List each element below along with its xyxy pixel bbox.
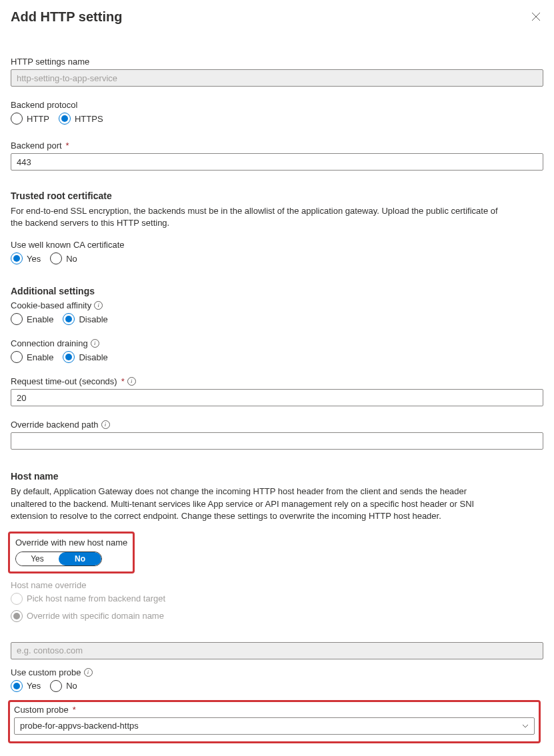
backend-port-input[interactable] (11, 153, 543, 171)
additional-settings-heading: Additional settings (11, 286, 543, 296)
use-custom-probe-yes-radio[interactable]: Yes (11, 680, 41, 692)
host-name-override-specific-radio: Override with specific domain name (11, 610, 543, 622)
close-button[interactable] (530, 11, 542, 23)
backend-protocol-https-radio[interactable]: HTTPS (59, 113, 103, 125)
info-icon[interactable]: i (84, 668, 93, 677)
radio-label: No (66, 254, 77, 264)
custom-probe-value[interactable] (14, 717, 535, 735)
radio-label: Enable (27, 314, 53, 324)
request-timeout-input[interactable] (11, 389, 543, 406)
trusted-root-heading: Trusted root certificate (11, 190, 543, 201)
override-backend-path-input[interactable] (11, 432, 543, 450)
radio-icon (11, 680, 23, 692)
radio-icon (50, 252, 62, 264)
use-custom-probe-label: Use custom probe i (11, 667, 543, 677)
info-icon[interactable]: i (101, 420, 110, 429)
host-name-helper: By default, Application Gateway does not… (11, 486, 504, 522)
http-settings-name-input[interactable] (11, 69, 543, 87)
well-known-ca-yes-radio[interactable]: Yes (11, 252, 41, 264)
toggle-no: No (59, 552, 101, 566)
connection-draining-label: Connection draining i (11, 338, 543, 348)
radio-icon (11, 593, 23, 605)
backend-protocol-http-radio[interactable]: HTTP (11, 113, 49, 125)
connection-draining-enable-radio[interactable]: Enable (11, 351, 53, 363)
backend-port-label: Backend port* (11, 141, 543, 151)
panel-title: Add HTTP setting (11, 9, 122, 25)
http-settings-name-label: HTTP settings name (11, 57, 543, 67)
well-known-ca-label: Use well known CA certificate (11, 240, 543, 250)
info-icon[interactable]: i (94, 301, 103, 310)
cookie-affinity-label: Cookie-based affinity i (11, 300, 543, 310)
radio-icon (11, 610, 23, 622)
info-icon[interactable]: i (91, 339, 99, 348)
radio-label: No (66, 681, 77, 691)
override-host-name-label: Override with new host name (15, 538, 127, 548)
radio-label: Disable (79, 352, 107, 362)
request-timeout-label: Request time-out (seconds)* i (11, 376, 543, 386)
toggle-yes: Yes (16, 552, 59, 566)
well-known-ca-no-radio[interactable]: No (50, 252, 77, 264)
host-name-heading: Host name (11, 471, 543, 482)
cookie-affinity-enable-radio[interactable]: Enable (11, 313, 53, 325)
custom-probe-label: Custom probe* (14, 705, 535, 715)
radio-icon (11, 313, 23, 325)
backend-protocol-label: Backend protocol (11, 100, 543, 110)
radio-label: Yes (27, 681, 41, 691)
radio-label: HTTPS (75, 114, 103, 124)
radio-icon (11, 113, 23, 125)
custom-probe-select[interactable] (14, 717, 535, 735)
radio-icon (11, 252, 23, 264)
host-name-override-label: Host name override (11, 580, 543, 590)
trusted-root-helper: For end-to-end SSL encryption, the backe… (11, 205, 504, 229)
radio-label: Disable (79, 314, 107, 324)
host-name-override-pick-radio: Pick host name from backend target (11, 593, 543, 605)
radio-label: Pick host name from backend target (27, 593, 165, 603)
override-backend-path-label: Override backend path i (11, 420, 543, 430)
override-host-name-highlight: Override with new host name Yes No (8, 532, 135, 573)
radio-icon (63, 351, 75, 363)
radio-label: Enable (27, 352, 53, 362)
radio-icon (63, 313, 75, 325)
radio-icon (59, 113, 71, 125)
cookie-affinity-disable-radio[interactable]: Disable (63, 313, 107, 325)
use-custom-probe-no-radio[interactable]: No (50, 680, 77, 692)
info-icon[interactable]: i (127, 377, 136, 386)
radio-label: HTTP (27, 114, 49, 124)
radio-icon (50, 680, 62, 692)
radio-icon (11, 351, 23, 363)
override-host-name-toggle[interactable]: Yes No (15, 552, 102, 566)
close-icon (531, 12, 541, 21)
custom-probe-highlight: Custom probe* (8, 700, 541, 743)
domain-name-input (11, 642, 543, 659)
connection-draining-disable-radio[interactable]: Disable (63, 351, 107, 363)
radio-label: Override with specific domain name (27, 611, 164, 621)
radio-label: Yes (27, 254, 41, 264)
